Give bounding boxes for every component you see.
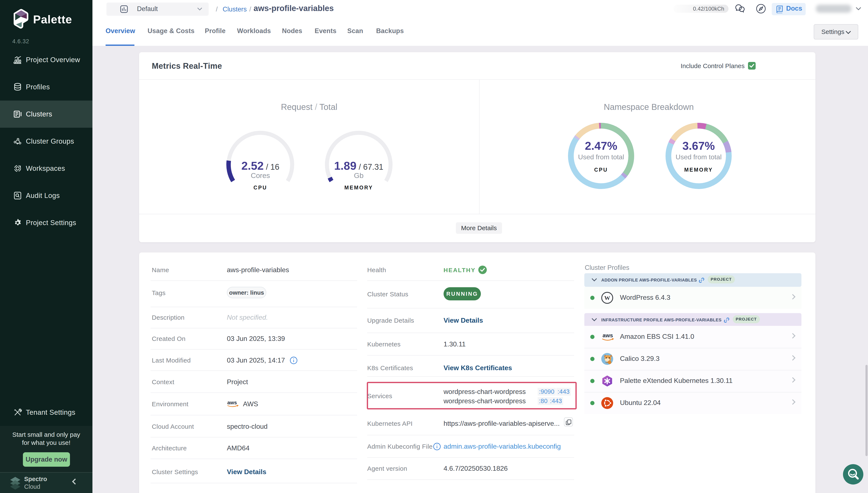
svg-text:W: W <box>604 295 610 301</box>
svg-text:aws: aws <box>603 332 613 339</box>
svg-text:aws: aws <box>227 400 237 405</box>
